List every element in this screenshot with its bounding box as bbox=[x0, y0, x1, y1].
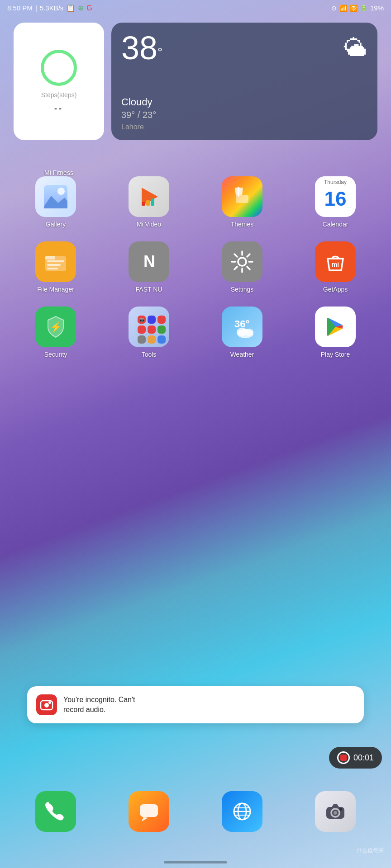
camera-icon bbox=[315, 791, 356, 832]
recording-indicator[interactable]: 00:01 bbox=[329, 747, 382, 769]
svg-rect-7 bbox=[151, 198, 154, 206]
notification-message: You're incognito. Can'trecord audio. bbox=[63, 696, 135, 713]
mivideo-label: Mi Video bbox=[137, 221, 161, 228]
status-network: | bbox=[35, 4, 37, 12]
weather-city: Lahore bbox=[121, 123, 367, 131]
app-fastnu[interactable]: N FAST NU bbox=[126, 241, 172, 293]
weather-condition-icon: 🌥 bbox=[344, 34, 367, 61]
svg-rect-13 bbox=[47, 260, 64, 262]
svg-point-42 bbox=[48, 701, 51, 704]
app-row-2: File Manager N FAST NU bbox=[9, 241, 382, 293]
weather-condition: Cloudy bbox=[121, 96, 367, 108]
app-gallery[interactable]: Gallery bbox=[33, 176, 78, 228]
recording-time: 00:01 bbox=[353, 753, 374, 763]
fitness-widget[interactable]: Steps(steps) -- bbox=[14, 23, 104, 140]
app-settings[interactable]: Settings bbox=[219, 241, 265, 293]
svg-point-16 bbox=[238, 258, 246, 266]
fastnu-icon: N bbox=[129, 241, 169, 282]
tools-icon: 📷 bbox=[129, 307, 169, 347]
svg-point-52 bbox=[334, 811, 337, 815]
wifi-icon: 🛜 bbox=[350, 5, 358, 12]
app-tools[interactable]: 📷 Tools bbox=[126, 307, 172, 358]
weather-low: 23° bbox=[143, 110, 156, 120]
getapps-label: GetApps bbox=[323, 286, 348, 293]
svg-rect-14 bbox=[47, 264, 61, 266]
svg-point-30 bbox=[244, 329, 253, 336]
status-speed: 5.3KB/s bbox=[40, 4, 64, 12]
svg-point-41 bbox=[44, 703, 49, 708]
weather-icon: 36° bbox=[222, 307, 262, 347]
app-getapps[interactable]: mi GetApps bbox=[313, 241, 358, 293]
notification-icon2: ⊕ bbox=[78, 4, 84, 12]
signal-icon: 📶 bbox=[339, 5, 347, 12]
dock-browser[interactable] bbox=[219, 791, 265, 832]
security-icon: ⚡ bbox=[35, 307, 76, 347]
svg-line-23 bbox=[247, 254, 250, 257]
themes-icon bbox=[222, 176, 262, 217]
weather-range: 39° / 23° bbox=[121, 110, 367, 120]
app-calendar[interactable]: Thursday 16 Calendar bbox=[313, 176, 358, 228]
calendar-icon: Thursday 16 bbox=[315, 176, 356, 217]
gallery-label: Gallery bbox=[46, 221, 66, 228]
svg-line-21 bbox=[234, 254, 237, 257]
status-right: ⊙ 📶 🛜 🔋 19% bbox=[331, 4, 384, 12]
status-time: 8:50 PM bbox=[7, 4, 33, 12]
notification-icon1: 📋 bbox=[66, 4, 75, 12]
dock-messages[interactable] bbox=[126, 791, 172, 832]
fastnu-label: FAST NU bbox=[136, 286, 162, 293]
svg-text:⚡: ⚡ bbox=[50, 321, 62, 333]
home-indicator[interactable] bbox=[164, 861, 227, 863]
calendar-label: Calendar bbox=[323, 221, 348, 228]
mivideo-icon bbox=[129, 176, 169, 217]
weather-temperature: 38 bbox=[121, 30, 157, 66]
browser-icon bbox=[222, 791, 262, 832]
fitness-ring bbox=[41, 50, 77, 86]
svg-line-22 bbox=[247, 267, 250, 269]
svg-marker-10 bbox=[235, 188, 243, 195]
widgets-area: Steps(steps) -- 38° 🌥 Cloudy 39° / 23° L… bbox=[14, 23, 377, 140]
security-label: Security bbox=[44, 351, 67, 358]
fitness-value: -- bbox=[54, 104, 63, 113]
svg-line-24 bbox=[234, 267, 237, 269]
svg-rect-6 bbox=[146, 200, 150, 206]
app-themes[interactable]: Themes bbox=[219, 176, 265, 228]
dock-camera[interactable] bbox=[313, 791, 358, 832]
filemgr-icon bbox=[35, 241, 76, 282]
svg-rect-15 bbox=[47, 268, 58, 269]
weather-top: 38° 🌥 bbox=[121, 32, 367, 64]
weather-widget[interactable]: 38° 🌥 Cloudy 39° / 23° Lahore bbox=[111, 23, 377, 140]
tools-label: Tools bbox=[142, 351, 157, 358]
app-row-1: Gallery Mi Video bbox=[9, 176, 382, 228]
phone-icon bbox=[35, 791, 76, 832]
app-grid: Gallery Mi Video bbox=[0, 163, 391, 372]
svg-rect-43 bbox=[140, 804, 158, 817]
playstore-label: Play Store bbox=[321, 351, 350, 358]
status-bar: 8:50 PM | 5.3KB/s 📋 ⊕ G ⊙ 📶 🛜 🔋 19% bbox=[0, 0, 391, 14]
getapps-icon: mi bbox=[315, 241, 356, 282]
app-playstore[interactable]: Play Store bbox=[313, 307, 358, 358]
gallery-icon bbox=[35, 176, 76, 217]
notification-banner[interactable]: You're incognito. Can'trecord audio. bbox=[27, 686, 364, 723]
weather-unit: ° bbox=[157, 45, 162, 59]
app-security[interactable]: ⚡ Security bbox=[33, 307, 78, 358]
app-weather[interactable]: 36° Weather bbox=[219, 307, 265, 358]
calendar-day-num: 16 bbox=[324, 186, 347, 212]
recording-stop-button[interactable] bbox=[337, 751, 350, 764]
calendar-day-name: Thursday bbox=[315, 176, 356, 186]
app-mivideo[interactable]: Mi Video bbox=[126, 176, 172, 228]
watermark: 什么值得买 bbox=[357, 847, 384, 854]
svg-point-53 bbox=[339, 808, 342, 811]
dock-phone[interactable] bbox=[33, 791, 78, 832]
recording-stop-icon bbox=[340, 755, 347, 761]
svg-marker-44 bbox=[142, 817, 148, 821]
svg-rect-12 bbox=[45, 256, 55, 259]
weather-label: Weather bbox=[230, 351, 254, 358]
app-row-3: ⚡ Security 📷 Tools bbox=[9, 307, 382, 358]
app-filemgr[interactable]: File Manager bbox=[33, 241, 78, 293]
fitness-app-label: Mi Fitness bbox=[14, 169, 104, 176]
svg-text:mi: mi bbox=[332, 261, 339, 268]
dock bbox=[0, 791, 391, 832]
settings-icon bbox=[222, 241, 262, 282]
svg-point-3 bbox=[57, 188, 65, 195]
settings-label: Settings bbox=[231, 286, 254, 293]
